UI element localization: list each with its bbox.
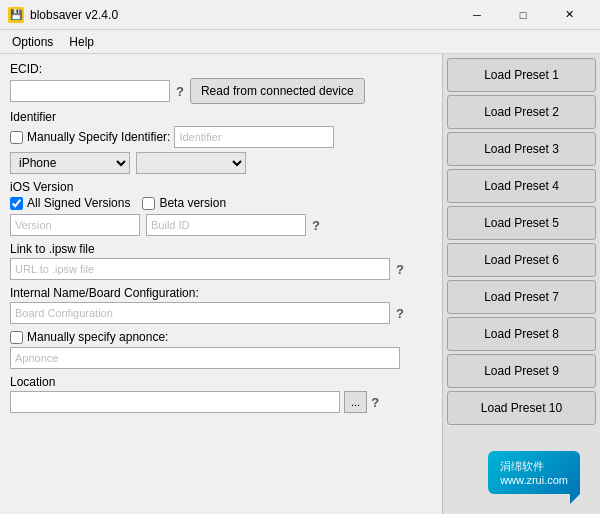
apnonce-section: Manually specify apnonce:: [10, 330, 432, 369]
location-label: Location: [10, 375, 432, 389]
maximize-button[interactable]: □: [500, 0, 546, 30]
build-id-input[interactable]: [146, 214, 306, 236]
preset-button-7[interactable]: Load Preset 7: [447, 280, 596, 314]
menu-bar: Options Help: [0, 30, 600, 54]
app-title: blobsaver v2.4.0: [30, 8, 454, 22]
device-model-dropdown[interactable]: [136, 152, 246, 174]
title-bar: 💾 blobsaver v2.4.0 ─ □ ✕: [0, 0, 600, 30]
preset-button-2[interactable]: Load Preset 2: [447, 95, 596, 129]
browse-button[interactable]: ...: [344, 391, 367, 413]
presets-panel: Load Preset 1 Load Preset 2 Load Preset …: [442, 54, 600, 514]
preset-button-3[interactable]: Load Preset 3: [447, 132, 596, 166]
version-row: ?: [10, 214, 432, 236]
ipsw-url-input[interactable]: [10, 258, 390, 280]
all-signed-label: All Signed Versions: [27, 196, 130, 210]
version-input[interactable]: [10, 214, 140, 236]
watermark-line2: www.zrui.com: [500, 474, 568, 486]
ecid-row: ? Read from connected device: [10, 78, 432, 104]
device-type-row: iPhone iPad iPod Apple TV Apple Watch: [10, 152, 432, 174]
ipsw-section: Link to .ipsw file ?: [10, 242, 432, 280]
watermark: 涓绵软件 www.zrui.com: [488, 451, 580, 494]
preset-button-6[interactable]: Load Preset 6: [447, 243, 596, 277]
apnonce-input-row: [10, 347, 432, 369]
watermark-line1: 涓绵软件: [500, 459, 568, 474]
ecid-section: ECID: ? Read from connected device: [10, 62, 432, 104]
beta-checkbox[interactable]: [142, 197, 155, 210]
manually-specify-checkbox[interactable]: [10, 131, 23, 144]
preset-button-10[interactable]: Load Preset 10: [447, 391, 596, 425]
location-section: Location C:\Users\liuwei-win10\Blobs ...…: [10, 375, 432, 413]
location-input[interactable]: C:\Users\liuwei-win10\Blobs: [10, 391, 340, 413]
main-layout: ECID: ? Read from connected device Ident…: [0, 54, 600, 514]
board-config-section: Internal Name/Board Configuration: ?: [10, 286, 432, 324]
board-help-icon[interactable]: ?: [396, 306, 404, 321]
menu-help[interactable]: Help: [61, 31, 102, 53]
ipsw-help-icon[interactable]: ?: [396, 262, 404, 277]
app-icon: 💾: [8, 7, 24, 23]
preset-button-4[interactable]: Load Preset 4: [447, 169, 596, 203]
menu-options[interactable]: Options: [4, 31, 61, 53]
version-help-icon[interactable]: ?: [312, 218, 320, 233]
preset-button-9[interactable]: Load Preset 9: [447, 354, 596, 388]
board-config-row: ?: [10, 302, 432, 324]
left-panel: ECID: ? Read from connected device Ident…: [0, 54, 442, 514]
ecid-help-icon[interactable]: ?: [176, 84, 184, 99]
ios-version-section: iOS Version All Signed Versions Beta ver…: [10, 180, 432, 236]
identifier-section: Identifier Manually Specify Identifier: …: [10, 110, 432, 174]
close-button[interactable]: ✕: [546, 0, 592, 30]
preset-button-1[interactable]: Load Preset 1: [447, 58, 596, 92]
ipsw-row: ?: [10, 258, 432, 280]
location-row: C:\Users\liuwei-win10\Blobs ... ?: [10, 391, 432, 413]
signed-versions-row: All Signed Versions Beta version: [10, 196, 432, 210]
preset-button-8[interactable]: Load Preset 8: [447, 317, 596, 351]
apnonce-checkbox[interactable]: [10, 331, 23, 344]
manually-specify-row: Manually Specify Identifier:: [10, 126, 432, 148]
apnonce-label: Manually specify apnonce:: [27, 330, 168, 344]
ecid-input[interactable]: [10, 80, 170, 102]
ecid-label: ECID:: [10, 62, 432, 76]
manually-specify-label: Manually Specify Identifier:: [27, 130, 170, 144]
preset-button-5[interactable]: Load Preset 5: [447, 206, 596, 240]
device-type-dropdown[interactable]: iPhone iPad iPod Apple TV Apple Watch: [10, 152, 130, 174]
identifier-label: Identifier: [10, 110, 432, 124]
board-config-input[interactable]: [10, 302, 390, 324]
minimize-button[interactable]: ─: [454, 0, 500, 30]
identifier-input[interactable]: [174, 126, 334, 148]
board-config-label: Internal Name/Board Configuration:: [10, 286, 432, 300]
location-help-icon[interactable]: ?: [371, 395, 379, 410]
apnonce-input[interactable]: [10, 347, 400, 369]
beta-label: Beta version: [159, 196, 226, 210]
ipsw-label: Link to .ipsw file: [10, 242, 432, 256]
read-device-button[interactable]: Read from connected device: [190, 78, 365, 104]
window-controls: ─ □ ✕: [454, 0, 592, 30]
ios-version-label: iOS Version: [10, 180, 432, 194]
all-signed-checkbox[interactable]: [10, 197, 23, 210]
apnonce-checkbox-row: Manually specify apnonce:: [10, 330, 432, 344]
